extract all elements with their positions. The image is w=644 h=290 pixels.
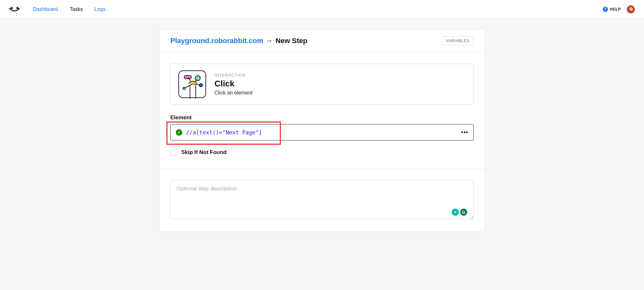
nav-right: ? HELP <box>603 5 635 14</box>
description-area: G <box>170 180 474 221</box>
avatar[interactable] <box>627 5 635 14</box>
click-action-icon <box>178 70 206 98</box>
step-description-textarea[interactable] <box>170 180 474 219</box>
skip-if-not-found-label: Skip If Not Found <box>181 149 227 156</box>
arrow-right-icon: → <box>266 37 273 45</box>
breadcrumb-link[interactable]: Playground.roborabbit.com <box>170 37 263 45</box>
brand-logo[interactable] <box>9 6 20 12</box>
svg-point-2 <box>195 76 200 81</box>
step-description: Click an element <box>214 90 252 96</box>
skip-if-not-found-row: Skip If Not Found <box>170 149 474 156</box>
element-field-label: Element <box>170 114 474 121</box>
breadcrumb: Playground.roborabbit.com → New Step <box>170 37 308 45</box>
xpath-value: //a[text()="Next Page"] <box>186 129 262 136</box>
assist-bulb-icon[interactable] <box>452 209 459 216</box>
nav-dashboard[interactable]: Dashboard <box>33 6 58 12</box>
check-circle-icon: ✓ <box>176 129 182 136</box>
svg-point-9 <box>199 84 203 87</box>
skip-if-not-found-checkbox[interactable] <box>170 149 177 156</box>
nav-links: Dashboard Tasks Logs <box>33 6 106 12</box>
page-card: Playground.roborabbit.com → New Step VAR… <box>159 29 485 232</box>
element-input-wrapper: ✓ //a[text()="Next Page"] ••• <box>170 124 474 140</box>
svg-point-0 <box>11 7 13 9</box>
page-header: Playground.roborabbit.com → New Step VAR… <box>159 29 485 53</box>
element-selector-input[interactable]: ✓ //a[text()="Next Page"] ••• <box>170 124 474 140</box>
svg-point-1 <box>16 7 18 9</box>
content: INTERACTION Click Click an element Eleme… <box>159 53 485 231</box>
step-info: INTERACTION Click Click an element <box>214 73 252 96</box>
help-button[interactable]: ? HELP <box>603 7 621 12</box>
nav-logs[interactable]: Logs <box>94 6 106 12</box>
section-divider <box>159 169 485 169</box>
editor-assist-widgets: G <box>450 208 469 217</box>
help-icon: ? <box>603 7 608 12</box>
help-label: HELP <box>610 7 621 12</box>
svg-point-8 <box>183 87 185 90</box>
svg-rect-3 <box>184 76 191 79</box>
grammarly-icon[interactable]: G <box>460 209 467 216</box>
variables-button[interactable]: VARIABLES <box>442 36 474 45</box>
step-category-label: INTERACTION <box>214 73 252 77</box>
step-type-card[interactable]: INTERACTION Click Click an element <box>170 64 474 105</box>
breadcrumb-current: New Step <box>275 37 307 45</box>
more-options-button[interactable]: ••• <box>461 129 468 136</box>
nav-tasks[interactable]: Tasks <box>70 6 83 12</box>
rabbit-nose-icon <box>9 6 20 12</box>
step-title: Click <box>214 79 252 89</box>
top-nav: Dashboard Tasks Logs ? HELP <box>0 0 644 19</box>
